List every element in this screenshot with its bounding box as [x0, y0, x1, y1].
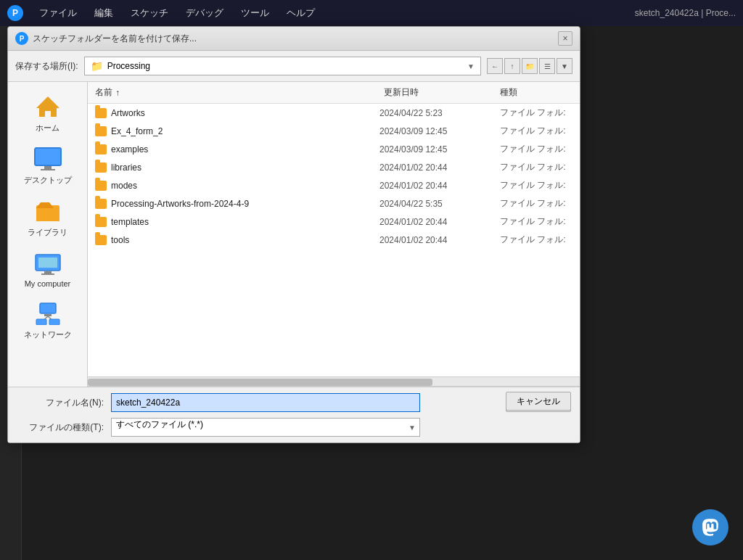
folder-icon: 📁	[91, 60, 103, 72]
filename-label: ファイル名(N):	[17, 397, 104, 409]
folder-icon	[95, 199, 107, 209]
sidebar-item-desktop[interactable]: デスクトップ	[15, 141, 81, 190]
sort-arrow-icon: ↑	[115, 88, 120, 98]
desktop-icon	[33, 146, 62, 172]
svg-rect-1	[35, 148, 61, 165]
file-type: ファイル フォル:	[500, 179, 572, 192]
table-row[interactable]: Ex_4_form_2 2024/03/09 12:45 ファイル フォル:	[88, 122, 580, 140]
dialog-overlay: P スケッチフォルダーを名前を付けて保存... × 保存する場所(I): 📁 P…	[0, 0, 743, 560]
filename-input[interactable]	[111, 393, 420, 412]
svg-rect-12	[44, 314, 52, 316]
file-name: modes	[111, 181, 137, 191]
file-list: Artworks 2024/04/22 5:23 ファイル フォル: Ex_4_…	[88, 104, 580, 376]
svg-rect-2	[44, 166, 52, 169]
sidebar-label-desktop: デスクトップ	[24, 175, 72, 186]
svg-rect-5	[36, 208, 59, 221]
column-date[interactable]: 更新日時	[384, 86, 500, 99]
file-name-cell: Ex_4_form_2	[95, 126, 375, 136]
file-type: ファイル フォル:	[500, 107, 572, 119]
file-date: 2024/04/22 5:23	[379, 108, 496, 118]
folder-icon	[95, 181, 107, 191]
location-label: 保存する場所(I):	[15, 60, 78, 73]
file-name: tools	[111, 235, 129, 245]
svg-rect-3	[41, 169, 55, 170]
filetype-select-wrapper: すべてのファイル (*.*) ▼	[111, 418, 420, 437]
sidebar-item-computer[interactable]: My computer	[15, 246, 81, 292]
table-row[interactable]: templates 2024/01/02 20:44 ファイル フォル:	[88, 213, 580, 231]
folder-icon	[95, 217, 107, 227]
file-name-cell: templates	[95, 217, 375, 227]
toolbar-up-button[interactable]: ↑	[504, 58, 520, 74]
table-row[interactable]: modes 2024/01/02 20:44 ファイル フォル:	[88, 176, 580, 194]
table-row[interactable]: Artworks 2024/04/22 5:23 ファイル フォル:	[88, 104, 580, 122]
file-date: 2024/04/22 5:35	[379, 199, 496, 209]
home-icon	[33, 94, 62, 120]
toolbar-view-button[interactable]: ☰	[539, 58, 555, 74]
dialog-logo: P	[15, 32, 28, 45]
location-value: Processing	[107, 61, 150, 71]
dialog-body: ホーム デスクトップ	[8, 82, 580, 387]
column-name[interactable]: 名前 ↑	[95, 86, 384, 99]
svg-rect-16	[49, 319, 59, 325]
library-icon	[33, 198, 62, 224]
folder-icon	[95, 235, 107, 245]
cancel-button[interactable]: キャンセル	[506, 392, 571, 411]
folder-icon	[95, 126, 107, 136]
file-type: ファイル フォル:	[500, 161, 572, 173]
folder-icon	[95, 108, 107, 118]
svg-rect-10	[38, 258, 57, 268]
filetype-select[interactable]: すべてのファイル (*.*)	[111, 418, 420, 437]
sidebar-label-library: ライブラリ	[28, 227, 67, 238]
computer-icon	[33, 250, 62, 276]
file-date: 2024/01/02 20:44	[379, 181, 496, 191]
save-dialog: P スケッチフォルダーを名前を付けて保存... × 保存する場所(I): 📁 P…	[7, 26, 580, 443]
toolbar-buttons: ← ↑ 📁 ☰ ▼	[487, 58, 572, 74]
table-row[interactable]: tools 2024/01/02 20:44 ファイル フォル:	[88, 231, 580, 249]
dialog-footer: ファイル名(N): ファイルの種類(T): すべてのファイル (*.*) ▼	[8, 387, 580, 442]
dialog-close-button[interactable]: ×	[558, 31, 572, 46]
file-name-cell: libraries	[95, 162, 375, 173]
file-name-cell: tools	[95, 235, 375, 245]
svg-rect-15	[36, 319, 46, 325]
file-name-cell: examples	[95, 144, 375, 155]
file-name-cell: Processing-Artworks-from-2024-4-9	[95, 199, 375, 209]
sidebar-item-library[interactable]: ライブラリ	[15, 194, 81, 242]
footer-action-buttons: 保存(S) キャンセル	[506, 393, 571, 411]
file-name: Artworks	[111, 108, 145, 118]
scrollbar-thumb[interactable]	[88, 379, 432, 386]
sidebar-item-network[interactable]: ネットワーク	[15, 296, 81, 345]
file-name-cell: Artworks	[95, 108, 375, 118]
file-name-cell: modes	[95, 181, 375, 191]
file-date: 2024/03/09 12:45	[379, 144, 496, 155]
table-row[interactable]: libraries 2024/01/02 20:44 ファイル フォル:	[88, 158, 580, 176]
svg-marker-6	[36, 202, 54, 208]
dialog-title: スケッチフォルダーを名前を付けて保存...	[33, 33, 558, 45]
folder-icon	[95, 162, 107, 173]
file-area: 名前 ↑ 更新日時 種類 Artworks 2024/04/22 5:23 ファ…	[88, 82, 580, 387]
file-date: 2024/03/09 12:45	[379, 126, 496, 136]
file-type: ファイル フォル:	[500, 234, 572, 246]
horizontal-scrollbar[interactable]	[88, 376, 580, 387]
file-date: 2024/01/02 20:44	[379, 235, 496, 245]
sidebar-item-home[interactable]: ホーム	[15, 89, 81, 138]
file-name: Ex_4_form_2	[111, 126, 163, 136]
file-type: ファイル フォル:	[500, 215, 572, 228]
toolbar-new-folder-button[interactable]: 📁	[522, 58, 538, 74]
sidebar-label-home: ホーム	[36, 123, 59, 133]
location-dropdown[interactable]: 📁 Processing ▼	[84, 57, 481, 75]
filetype-label: ファイルの種類(T):	[17, 421, 104, 434]
table-row[interactable]: examples 2024/03/09 12:45 ファイル フォル:	[88, 140, 580, 158]
dropdown-arrow-icon: ▼	[467, 62, 475, 70]
network-icon	[33, 300, 62, 326]
sidebar: ホーム デスクトップ	[8, 82, 88, 387]
sidebar-label-network: ネットワーク	[24, 329, 72, 340]
file-type: ファイル フォル:	[500, 125, 572, 137]
toolbar-view-dropdown[interactable]: ▼	[557, 58, 572, 74]
column-type[interactable]: 種類	[500, 86, 572, 99]
toolbar-back-button[interactable]: ←	[487, 58, 503, 74]
file-date: 2024/01/02 20:44	[379, 162, 496, 173]
svg-rect-11	[40, 303, 56, 313]
table-row[interactable]: Processing-Artworks-from-2024-4-9 2024/0…	[88, 194, 580, 213]
svg-marker-0	[36, 96, 59, 117]
svg-rect-8	[44, 271, 52, 273]
